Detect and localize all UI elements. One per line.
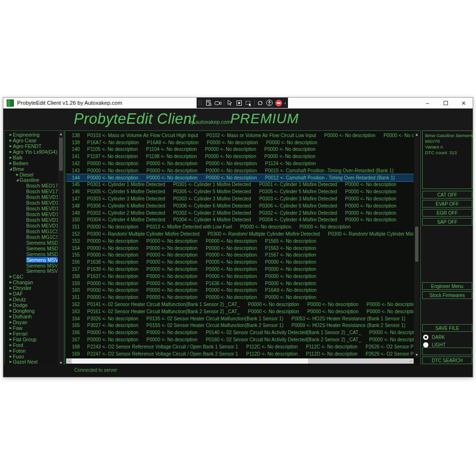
dtc-cell[interactable]: P0000 <- No description xyxy=(87,295,139,300)
dtc-cell[interactable]: P0000 <- No description xyxy=(87,161,139,166)
sidebar-item-engineering[interactable]: ▶Engineering xyxy=(5,132,58,138)
dtc-cell[interactable]: P0301 <- Cylinder 1 Misfire Detected xyxy=(259,182,337,187)
sidebar-item-bosch-mevd17-2[interactable]: Bosch MEVD17.2 xyxy=(5,194,58,200)
sidebar-item-siemens-msv90[interactable]: Siemens MSV90 xyxy=(5,268,58,274)
dtc-cell[interactable]: P0300 <- Random/ Multiple Cylinder Misfi… xyxy=(328,231,414,237)
radio-unselected-icon[interactable] xyxy=(423,342,428,347)
dtc-cell[interactable]: P0000 <- No description xyxy=(324,133,376,138)
table-row[interactable]: 162P0141 <- 02 Sensor Heater Circuit Mal… xyxy=(66,301,414,308)
tree-collapsed-icon[interactable]: ▶ xyxy=(9,150,13,154)
dtc-cell[interactable]: P1105 <- No description xyxy=(87,147,138,152)
dtc-cell[interactable]: P0000 <- No description xyxy=(206,274,257,279)
save-file-button[interactable]: SAVE FILE xyxy=(422,324,472,332)
dtc-cell[interactable]: P0000 <- No description xyxy=(264,147,316,152)
table-row[interactable]: 153P0000 <- No descriptionP0000 <- No de… xyxy=(66,238,414,245)
tree-collapsed-icon[interactable]: ▶ xyxy=(9,332,13,336)
dtc-cell[interactable]: P0000 <- No description xyxy=(147,168,198,173)
dtc-cell[interactable]: P0000 <- No description xyxy=(206,259,257,265)
dtc-cell[interactable]: P0000 <- No description xyxy=(248,302,299,307)
table-row[interactable]: 145P0301 <- Cylinder 1 Misfire DetectedP… xyxy=(66,181,414,188)
egr-off-button[interactable]: EGR OFF xyxy=(422,209,472,217)
camera-icon[interactable] xyxy=(214,99,223,107)
dtc-cell[interactable]: P0000 <- No description xyxy=(206,246,257,251)
dtc-cell[interactable]: P0000 <- No description xyxy=(206,295,257,300)
dtc-cell[interactable]: P0000 <- No description xyxy=(147,337,198,342)
tree-collapsed-icon[interactable]: ▶ xyxy=(9,326,13,330)
tree-expanded-icon[interactable]: ◢ xyxy=(9,167,13,171)
sidebar-item-bosch-mevd17-2-g[interactable]: Bosch MEVD17.2.G xyxy=(5,223,58,228)
dtc-cell[interactable]: P0000 <- No description xyxy=(147,330,198,335)
close-button[interactable]: ✕ xyxy=(455,98,473,109)
dtc-cell[interactable]: P0000 <- No description xyxy=(206,168,257,173)
dtc-cell[interactable]: P1104 <- No description xyxy=(146,147,197,152)
dtc-cell[interactable]: P0000 <- No description xyxy=(205,154,257,159)
dtc-cell[interactable]: P0000 <- No description xyxy=(299,224,351,229)
dtc-cell[interactable]: P0000 <- No description xyxy=(147,295,198,300)
sidebar-item-bosch-mevd17-2-9[interactable]: Bosch MEVD17.2.9 xyxy=(5,217,58,223)
sidebar-item-doyan[interactable]: ▶Doyan xyxy=(5,319,58,325)
dtc-cell[interactable]: P0000 <- No description xyxy=(307,302,358,307)
scroll-down-icon[interactable]: ▼ xyxy=(414,352,419,357)
sidebar-item-gasoline[interactable]: ◢Gasoline xyxy=(5,178,58,183)
tree-collapsed-icon[interactable]: ▶ xyxy=(9,280,13,284)
sidebar-item-siemens-msd81[interactable]: Siemens MSD81 xyxy=(5,246,58,251)
sidebar-item-fiat-group[interactable]: ▶Fiat Group xyxy=(5,337,58,342)
dtc-cell[interactable]: P1198 <- No description xyxy=(146,154,197,159)
dtc-cell[interactable]: P0000 <- No description xyxy=(265,274,317,279)
dtc-cell[interactable]: P0140 <- 02 Sensor Circuit No Activity D… xyxy=(206,330,361,335)
dtc-cell[interactable]: P0000 <- No description xyxy=(147,252,198,258)
region-select-icon[interactable] xyxy=(235,99,244,107)
table-row[interactable]: 164P3026 <- No descriptionP0135 <- 02 Se… xyxy=(66,315,414,322)
scrollbar-thumb[interactable] xyxy=(59,138,63,171)
dtc-cell[interactable]: P0000 <- No description xyxy=(248,309,299,314)
dtc-cell[interactable]: P0000 <- No description xyxy=(369,330,414,335)
dtc-cell[interactable]: P0000 <- No description xyxy=(87,246,139,251)
dtc-search-button[interactable]: DTC SEARCH xyxy=(422,357,472,364)
dtc-cell[interactable]: P0302 <- Cylinder 2 Misfire Detected xyxy=(87,210,165,216)
tree-collapsed-icon[interactable]: ▶ xyxy=(15,173,20,177)
sidebar-item-bosch-mevd17-2-4[interactable]: Bosch MEVD17.2.4 xyxy=(5,206,58,211)
sidebar-item-bosch-mg1cs201[interactable]: Bosch MG1CS201 xyxy=(5,234,58,240)
cursor-select-icon[interactable] xyxy=(225,99,235,107)
dtc-cell[interactable]: P0313 <- Misfire Detected with Low Fuel xyxy=(147,224,232,229)
sidebar-item-agro-case[interactable]: ▶Agro Case xyxy=(5,138,58,143)
dtc-cell[interactable]: P0000 <- No description xyxy=(345,210,397,216)
dtc-cell[interactable]: P0000 <- No description xyxy=(147,281,198,286)
dtc-cell[interactable]: P0059 <- HO2S Heater Resistance (Bank 2 … xyxy=(291,323,405,328)
dtc-cell[interactable]: P0000 <- No description xyxy=(147,274,198,279)
table-row[interactable]: 144P0000 <- No descriptionP0000 <- No de… xyxy=(66,174,414,181)
dtc-cell[interactable]: P0161 <- 02 Sensor Heater Circuit Malfun… xyxy=(87,309,240,314)
table-row[interactable]: 149P0302 <- Cylinder 2 Misfire DetectedP… xyxy=(66,209,414,217)
dtc-cell[interactable]: P0000 <- No description xyxy=(87,337,139,342)
dtc-cell[interactable]: P0305 <- Cylinder 5 Misfire Detected xyxy=(87,189,165,194)
table-row[interactable]: 139P16A7 <- No descriptionP16A8 <- No de… xyxy=(66,139,414,146)
sidebar-item-bosch-mg1cs003[interactable]: Bosch MG1CS003 xyxy=(5,228,58,234)
maximize-button[interactable] xyxy=(436,98,455,109)
dtc-cell[interactable]: P0000 <- No description xyxy=(367,302,414,307)
dtc-cell[interactable]: P0053 <- HO2S Heater Resistance (Bank 1 … xyxy=(291,316,405,321)
dtc-cell[interactable]: P0000 <- No description xyxy=(206,252,257,258)
sidebar-item-ford[interactable]: ▶Ford xyxy=(5,342,58,348)
dtc-cell[interactable]: P0000 <- No description xyxy=(147,161,198,166)
tree-collapsed-icon[interactable]: ▶ xyxy=(9,303,13,307)
dtc-cell[interactable]: P0103 <- Mass or Volume Air Flow Circuit… xyxy=(87,133,198,138)
dtc-cell[interactable]: P0000 <- No description xyxy=(147,175,198,180)
table-row[interactable]: 160P0000 <- No descriptionP0000 <- No de… xyxy=(66,287,414,294)
table-row[interactable]: 147P0303 <- Cylinder 3 Misfire DetectedP… xyxy=(66,195,414,202)
dtc-cell[interactable]: P112D <- No description xyxy=(306,351,357,357)
theme-radio-dark[interactable]: DARK xyxy=(423,334,445,340)
script-settings-icon[interactable] xyxy=(204,99,214,107)
dtc-cell[interactable]: P0304 <- Cylinder 4 Misfire Detected xyxy=(259,217,337,222)
dtc-cell[interactable]: P0301 <- Cylinder 1 Misfire Detected xyxy=(87,182,165,187)
dtc-cell[interactable]: P0160 <- 02 Sensor Circuit No Activity D… xyxy=(206,337,361,342)
dtc-cell[interactable]: P0141 <- 02 Sensor Heater Circuit Malfun… xyxy=(87,302,240,307)
dtc-cell[interactable]: P0302 <- Cylinder 2 Misfire Detected xyxy=(259,210,337,216)
dtc-cell[interactable]: P0000 <- No description xyxy=(206,238,257,244)
sidebar-item-beiben[interactable]: ▶Beiben xyxy=(5,160,58,166)
table-row[interactable]: 168P2243 <- O2 Sensor Reference Voltage … xyxy=(66,343,414,350)
dtc-cell[interactable]: P0135 <- 02 Sensor Heater Circuit Malfun… xyxy=(147,316,284,321)
dtc-cell[interactable]: P112D <- No description xyxy=(246,351,298,357)
dtc-cell[interactable]: P0000 <- No description xyxy=(87,252,139,258)
sidebar-item-siemens-msv80[interactable]: Siemens MSV80 xyxy=(5,263,58,268)
sidebar-item-agro-fendt[interactable]: ▶Agro FENDT xyxy=(5,143,58,149)
